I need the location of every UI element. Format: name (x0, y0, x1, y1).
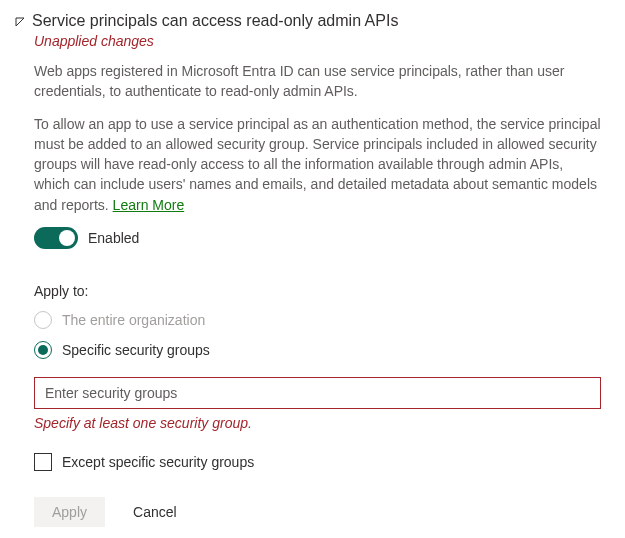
radio-icon (34, 341, 52, 359)
setting-title: Service principals can access read-only … (32, 12, 398, 30)
description-paragraph-1: Web apps registered in Microsoft Entra I… (34, 61, 601, 102)
radio-specific-groups[interactable]: Specific security groups (34, 341, 601, 359)
security-groups-input[interactable] (34, 377, 601, 409)
except-groups-checkbox-row[interactable]: Except specific security groups (34, 453, 601, 471)
radio-icon (34, 311, 52, 329)
cancel-button[interactable]: Cancel (133, 504, 177, 520)
apply-to-heading: Apply to: (34, 283, 601, 299)
toggle-knob (59, 230, 75, 246)
radio-entire-org-label: The entire organization (62, 312, 205, 328)
checkbox-icon (34, 453, 52, 471)
enabled-toggle[interactable] (34, 227, 78, 249)
setting-description: Web apps registered in Microsoft Entra I… (34, 61, 601, 215)
apply-button[interactable]: Apply (34, 497, 105, 527)
unapplied-changes-label: Unapplied changes (34, 33, 601, 49)
radio-entire-org: The entire organization (34, 311, 601, 329)
except-groups-label: Except specific security groups (62, 454, 254, 470)
description-paragraph-2: To allow an app to use a service princip… (34, 114, 601, 215)
learn-more-link[interactable]: Learn More (113, 197, 185, 213)
radio-specific-groups-label: Specific security groups (62, 342, 210, 358)
enabled-toggle-label: Enabled (88, 230, 139, 246)
collapse-icon[interactable] (14, 15, 26, 31)
validation-message: Specify at least one security group. (34, 415, 601, 431)
